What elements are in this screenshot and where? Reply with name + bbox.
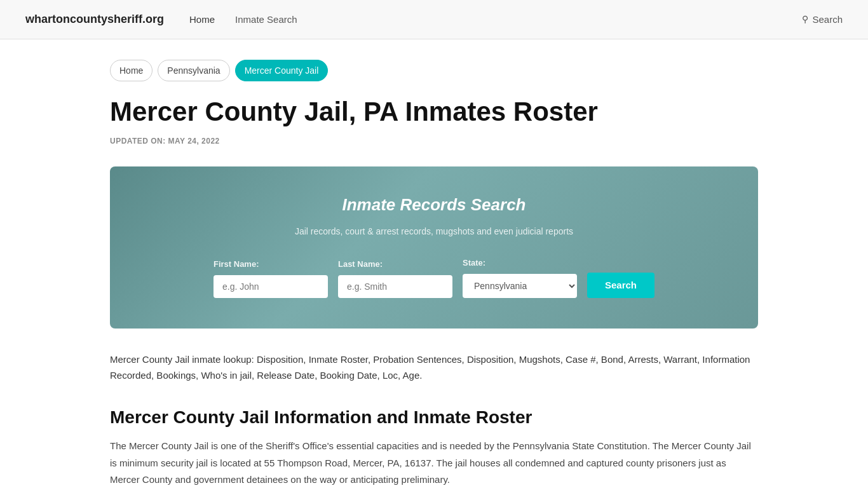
search-button[interactable]: Search: [587, 273, 654, 298]
nav-inmate-search[interactable]: Inmate Search: [235, 12, 297, 27]
state-group: State: Pennsylvania Alabama Alaska Arizo…: [463, 257, 577, 298]
info-section-text: The Mercer County Jail is one of the She…: [110, 438, 758, 488]
state-label: State:: [463, 257, 485, 270]
search-section-subtitle: Jail records, court & arrest records, mu…: [148, 224, 720, 238]
last-name-label: Last Name:: [338, 258, 383, 271]
breadcrumb-pennsylvania[interactable]: Pennsylvania: [158, 60, 229, 81]
last-name-group: Last Name:: [338, 258, 452, 298]
first-name-group: First Name:: [214, 258, 328, 298]
breadcrumb-home[interactable]: Home: [110, 60, 153, 81]
updated-date: UPDATED ON: MAY 24, 2022: [110, 135, 758, 147]
info-section-heading: Mercer County Jail Information and Inmat…: [110, 407, 758, 428]
breadcrumb: Home Pennsylvania Mercer County Jail: [110, 60, 758, 81]
search-icon: ⚲: [802, 12, 808, 26]
search-form: First Name: Last Name: State: Pennsylvan…: [148, 257, 720, 298]
search-section-title: Inmate Records Search: [148, 192, 720, 219]
main-nav: Home Inmate Search ⚲ Search: [189, 12, 843, 27]
description-text: Mercer County Jail inmate lookup: Dispos…: [110, 351, 758, 384]
inmate-search-section: Inmate Records Search Jail records, cour…: [110, 166, 758, 329]
site-header: whartoncountysheriff.org Home Inmate Sea…: [0, 0, 868, 39]
page-title: Mercer County Jail, PA Inmates Roster: [110, 97, 758, 127]
state-select[interactable]: Pennsylvania Alabama Alaska Arizona Arka…: [463, 274, 577, 298]
first-name-label: First Name:: [214, 258, 259, 271]
first-name-input[interactable]: [214, 275, 328, 298]
nav-search-label: Search: [812, 12, 843, 27]
nav-home[interactable]: Home: [189, 12, 215, 27]
site-logo[interactable]: whartoncountysheriff.org: [25, 10, 164, 29]
main-content: Home Pennsylvania Mercer County Jail Mer…: [85, 39, 783, 488]
nav-search-button[interactable]: ⚲ Search: [802, 12, 843, 27]
breadcrumb-mercer-county-jail[interactable]: Mercer County Jail: [235, 60, 329, 81]
last-name-input[interactable]: [338, 275, 452, 298]
